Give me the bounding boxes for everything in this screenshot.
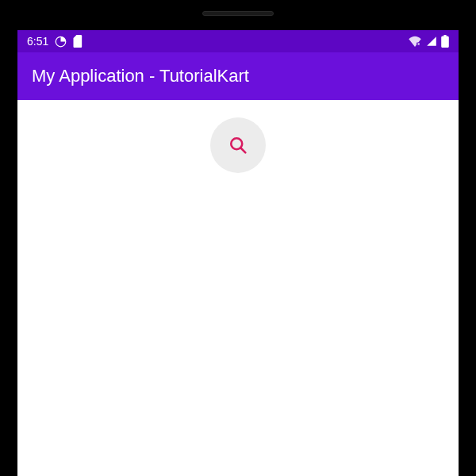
device-speaker <box>202 11 274 16</box>
wifi-icon: x <box>408 36 422 47</box>
content-area <box>17 100 459 476</box>
status-bar-right: x <box>408 35 449 48</box>
device-frame: 6:51 x <box>0 0 476 476</box>
search-fab[interactable] <box>210 117 266 173</box>
status-bar: 6:51 x <box>17 30 459 52</box>
cellular-signal-icon <box>425 36 438 47</box>
app-bar-title: My Application - TutorialKart <box>32 66 249 86</box>
status-bar-left: 6:51 <box>27 35 83 48</box>
app-bar: My Application - TutorialKart <box>17 52 459 100</box>
svg-line-4 <box>241 148 246 153</box>
circle-icon <box>55 36 67 48</box>
screen: 6:51 x <box>17 30 459 476</box>
battery-icon <box>441 35 449 48</box>
search-icon <box>227 134 249 156</box>
status-clock: 6:51 <box>27 35 48 48</box>
sd-card-icon <box>73 35 83 48</box>
svg-text:x: x <box>417 42 420 46</box>
